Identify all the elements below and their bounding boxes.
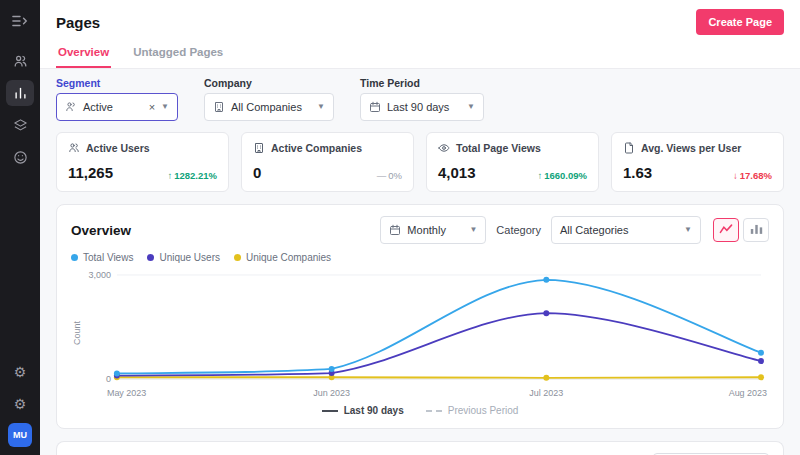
stat-change: — 0%: [377, 170, 402, 181]
bar-chart-icon: [13, 86, 28, 101]
stat-value: 11,265: [68, 164, 113, 181]
create-page-button[interactable]: Create Page: [696, 9, 784, 35]
segment-select[interactable]: Active × ▼: [56, 93, 178, 121]
chevron-down-icon: ▼: [161, 103, 169, 111]
page-view-by-user-card: Page View by User ▼ Most Viewed ▼: [56, 441, 784, 455]
segment-filter-label: Segment: [56, 77, 178, 89]
page-title: Pages: [56, 14, 100, 31]
company-filter-label: Company: [204, 77, 334, 89]
time-period-value: Last 90 days: [387, 101, 461, 113]
company-select[interactable]: All Companies ▼: [204, 93, 334, 121]
legend-item-unique-companies: Unique Companies: [234, 252, 331, 263]
stat-value: 4,013: [438, 164, 476, 181]
time-period-select[interactable]: Last 90 days ▼: [360, 93, 484, 121]
category-label: Category: [496, 224, 541, 236]
document-icon: [623, 142, 635, 154]
svg-text:Jul 2023: Jul 2023: [529, 388, 563, 398]
arrow-down-icon: ↓: [733, 170, 738, 181]
users-icon: [65, 101, 77, 113]
stat-card-active-companies: Active Companies 0 — 0%: [241, 132, 414, 192]
stat-change: ↓ 17.68%: [733, 170, 772, 181]
company-value: All Companies: [231, 101, 311, 113]
stat-change: ↑ 1660.09%: [537, 170, 587, 181]
clear-segment-icon[interactable]: ×: [149, 102, 155, 113]
period-legend: Last 90 days Previous Period: [71, 401, 769, 422]
sidebar-item-analytics[interactable]: [6, 80, 34, 106]
building-icon: [253, 142, 265, 154]
bar-chart-toggle[interactable]: [743, 218, 769, 242]
calendar-icon: [369, 101, 381, 113]
overview-chart-card: Overview Monthly ▼ Category All Categori…: [56, 204, 784, 429]
chevron-down-icon: ▼: [469, 226, 477, 234]
legend-item-total-views: Total Views: [71, 252, 133, 263]
stat-card-avg-views-per-user: Avg. Views per User 1.63 ↓ 17.68%: [611, 132, 784, 192]
stat-card-active-users: Active Users 11,265 ↑ 1282.21%: [56, 132, 229, 192]
settings-gear-icon: ⚙: [14, 396, 27, 412]
category-value: All Categories: [560, 224, 678, 236]
y-axis-label: Count: [71, 265, 83, 401]
stat-label: Active Users: [86, 142, 150, 154]
stat-card-total-page-views: Total Page Views 4,013 ↑ 1660.09%: [426, 132, 599, 192]
dash-icon: —: [377, 170, 387, 181]
time-period-filter-label: Time Period: [360, 77, 484, 89]
svg-text:Jun 2023: Jun 2023: [313, 388, 350, 398]
category-select[interactable]: All Categories ▼: [551, 216, 701, 244]
menu-expand-icon: [12, 14, 28, 28]
company-filter: Company All Companies ▼: [204, 77, 334, 121]
legend-item-unique-users: Unique Users: [147, 252, 220, 263]
topbar: Pages Create Page: [40, 0, 800, 39]
tab-untagged-pages[interactable]: Untagged Pages: [131, 39, 225, 68]
legend-current-period: Last 90 days: [322, 405, 404, 416]
sidebar-expand-button[interactable]: [6, 8, 34, 34]
chevron-down-icon: ▼: [317, 103, 325, 111]
stat-label: Total Page Views: [456, 142, 541, 154]
workspace-avatar[interactable]: MU: [8, 423, 32, 447]
dashed-line-swatch: [426, 410, 442, 412]
chart-legend: Total Views Unique Users Unique Companie…: [71, 252, 769, 263]
chart-title: Overview: [71, 223, 131, 238]
sidebar-item-feedback[interactable]: [6, 144, 34, 170]
arrow-up-icon: ↑: [167, 170, 172, 181]
chevron-down-icon: ▼: [684, 226, 692, 234]
legend-dot: [234, 254, 241, 261]
chart-type-toggle-group: [713, 218, 769, 242]
arrow-up-icon: ↑: [537, 170, 542, 181]
stat-change: ↑ 1282.21%: [167, 170, 217, 181]
legend-dot: [71, 254, 78, 261]
legend-dot: [147, 254, 154, 261]
eye-icon: [438, 142, 450, 154]
legend-previous-period: Previous Period: [426, 405, 519, 416]
svg-text:3,000: 3,000: [88, 270, 110, 280]
main-content: Pages Create Page Overview Untagged Page…: [40, 0, 800, 455]
sidebar-item-layers[interactable]: [6, 112, 34, 138]
segment-value: Active: [83, 101, 143, 113]
stat-label: Avg. Views per User: [641, 142, 741, 154]
line-chart-icon: [719, 221, 733, 239]
stat-value: 0: [253, 164, 261, 181]
solid-line-swatch: [322, 410, 338, 412]
sidebar-item-users[interactable]: [6, 48, 34, 74]
chevron-down-icon: ▼: [467, 103, 475, 111]
period-granularity-select[interactable]: Monthly ▼: [380, 216, 486, 244]
calendar-icon: [389, 224, 401, 236]
bar-chart-icon: [750, 221, 763, 239]
building-icon: [213, 101, 225, 113]
gear-icon: ⚙: [14, 364, 27, 380]
sidebar: ⚙ ⚙ MU: [0, 0, 40, 455]
smiley-icon: [13, 150, 28, 165]
tab-overview[interactable]: Overview: [56, 39, 111, 68]
chart-region: Count 3,0000May 2023Jun 2023Jul 2023Aug …: [71, 265, 769, 401]
line-chart-toggle[interactable]: [713, 218, 739, 242]
stat-value: 1.63: [623, 164, 652, 181]
filter-bar: Segment Active × ▼ Company: [40, 69, 800, 132]
stat-label: Active Companies: [271, 142, 362, 154]
sidebar-item-integrations[interactable]: ⚙: [6, 359, 34, 385]
segment-filter: Segment Active × ▼: [56, 77, 178, 121]
sidebar-item-settings[interactable]: ⚙: [6, 391, 34, 417]
svg-text:Aug 2023: Aug 2023: [729, 388, 767, 398]
stats-row: Active Users 11,265 ↑ 1282.21% Active Co…: [40, 132, 800, 192]
granularity-value: Monthly: [407, 224, 463, 236]
svg-text:0: 0: [106, 374, 111, 384]
tab-bar: Overview Untagged Pages: [40, 39, 800, 69]
users-icon: [13, 54, 28, 69]
